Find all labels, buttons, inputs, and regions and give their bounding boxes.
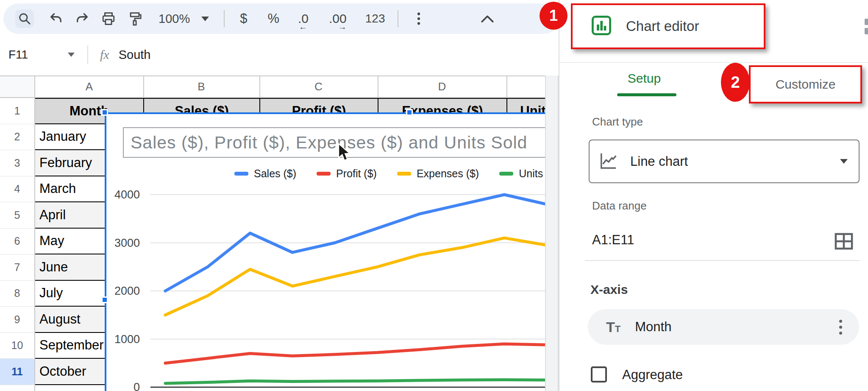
google-sheets-app: 100% $ % .0← .00→ 123 1 F11 fx South ABC… bbox=[0, 0, 868, 391]
series-line-expenses bbox=[165, 238, 545, 315]
y-axis-tick-label: 1000 bbox=[114, 333, 140, 346]
panel-divider bbox=[585, 260, 860, 261]
decrease-decimal-button[interactable]: .0← bbox=[298, 11, 309, 26]
chart-resize-handle[interactable] bbox=[101, 109, 108, 116]
panel-divider bbox=[559, 62, 868, 63]
row-header-1[interactable]: 1 bbox=[0, 98, 34, 124]
undo-icon[interactable] bbox=[47, 9, 65, 28]
select-data-range-icon[interactable] bbox=[834, 232, 854, 252]
search-icon[interactable] bbox=[15, 9, 34, 28]
paint-format-icon[interactable] bbox=[125, 9, 144, 28]
row-header-10[interactable]: 10 bbox=[0, 333, 34, 359]
data-range-label: Data range bbox=[592, 199, 647, 212]
formula-bar-value[interactable]: South bbox=[119, 48, 151, 62]
row-header-11[interactable]: 11 bbox=[0, 359, 34, 385]
row-header-3[interactable]: 3 bbox=[0, 150, 34, 176]
zoom-level[interactable]: 100% bbox=[159, 12, 190, 26]
select-all-corner[interactable] bbox=[0, 76, 35, 97]
chart-editor-header-highlight: Chart editor bbox=[571, 3, 765, 49]
column-header-B[interactable]: B bbox=[143, 76, 259, 97]
aggregate-label: Aggregate bbox=[622, 367, 683, 383]
row-header-9[interactable]: 9 bbox=[0, 307, 34, 333]
row-header-5[interactable]: 5 bbox=[0, 202, 34, 229]
aggregate-checkbox[interactable] bbox=[591, 366, 607, 383]
name-box-dropdown-icon[interactable] bbox=[68, 53, 75, 57]
chart-type-select[interactable]: Line chart bbox=[589, 140, 860, 183]
chart-selection-border bbox=[105, 112, 545, 114]
x-axis-options-icon[interactable] bbox=[839, 320, 842, 335]
customize-highlight: Customize bbox=[749, 65, 862, 103]
y-axis-tick-label: 2000 bbox=[114, 285, 140, 297]
tab-setup-underline bbox=[617, 93, 676, 96]
series-line-profit bbox=[165, 344, 545, 363]
toolbar: 100% $ % .0← .00→ 123 bbox=[3, 3, 559, 34]
row-header-8[interactable]: 8 bbox=[0, 281, 34, 307]
collapse-toolbar-icon[interactable] bbox=[478, 9, 497, 28]
x-axis-field[interactable]: TT Month bbox=[588, 309, 859, 345]
annotation-step-2: 2 bbox=[721, 63, 750, 102]
text-type-icon: TT bbox=[606, 319, 620, 335]
vertical-scrollbar[interactable] bbox=[545, 75, 559, 391]
panel-more-options-icon[interactable] bbox=[865, 19, 868, 37]
column-header-A[interactable]: A bbox=[35, 76, 143, 97]
column-header-C[interactable]: C bbox=[259, 76, 378, 97]
redo-icon[interactable] bbox=[73, 9, 92, 28]
mouse-cursor-icon bbox=[338, 143, 355, 164]
row-header-2[interactable]: 2 bbox=[0, 124, 34, 151]
data-range-value[interactable]: A1:E11 bbox=[592, 232, 634, 248]
percent-format-button[interactable]: % bbox=[267, 11, 279, 26]
formula-bar-separator bbox=[87, 45, 88, 64]
tab-customize[interactable]: Customize bbox=[776, 77, 836, 92]
tab-setup[interactable]: Setup bbox=[610, 71, 678, 86]
series-line-unitssold bbox=[165, 380, 545, 383]
annotation-step-1: 1 bbox=[540, 2, 568, 30]
chart-editor-icon bbox=[590, 14, 612, 38]
panel-title: Chart editor bbox=[626, 18, 699, 34]
chart-resize-handle[interactable] bbox=[406, 109, 413, 116]
fx-icon: fx bbox=[100, 47, 109, 62]
y-axis-tick-label: 4000 bbox=[114, 188, 140, 201]
more-formats-button[interactable]: 123 bbox=[365, 12, 385, 25]
print-icon[interactable] bbox=[99, 9, 118, 28]
chart-resize-handle[interactable] bbox=[101, 296, 108, 303]
chart-editor-panel: Chart editor Setup Customize Chart type … bbox=[559, 0, 868, 391]
toolbar-separator bbox=[224, 10, 225, 27]
line-chart-icon bbox=[599, 151, 618, 172]
chart-type-value: Line chart bbox=[630, 154, 688, 169]
name-box[interactable]: F11 bbox=[0, 48, 51, 61]
line-chart-plot: 40003000200010000 bbox=[105, 112, 545, 391]
y-axis-tick-label: 0 bbox=[134, 381, 140, 391]
y-axis-tick-label: 3000 bbox=[114, 237, 140, 249]
more-options-icon[interactable] bbox=[409, 9, 428, 28]
column-header-D[interactable]: D bbox=[378, 76, 506, 97]
zoom-dropdown-icon[interactable] bbox=[196, 9, 214, 28]
row-header-6[interactable]: 6 bbox=[0, 229, 34, 255]
x-axis-heading: X-axis bbox=[590, 282, 628, 297]
increase-decimal-button[interactable]: .00→ bbox=[329, 11, 347, 26]
embedded-chart[interactable]: Sales ($), Profit ($), Expenses ($) and … bbox=[105, 112, 545, 391]
row-header-7[interactable]: 7 bbox=[0, 254, 34, 281]
chart-type-label: Chart type bbox=[592, 115, 643, 128]
row-headers: 1234567891011 bbox=[0, 98, 35, 391]
x-axis-value: Month bbox=[635, 319, 671, 335]
column-headers: ABCD bbox=[0, 75, 545, 98]
currency-format-button[interactable]: $ bbox=[240, 11, 247, 26]
row-header-4[interactable]: 4 bbox=[0, 176, 34, 203]
chart-selection-border bbox=[105, 112, 106, 391]
formula-bar: F11 fx South bbox=[0, 34, 545, 75]
chevron-down-icon bbox=[840, 159, 848, 164]
toolbar-separator bbox=[398, 10, 398, 27]
